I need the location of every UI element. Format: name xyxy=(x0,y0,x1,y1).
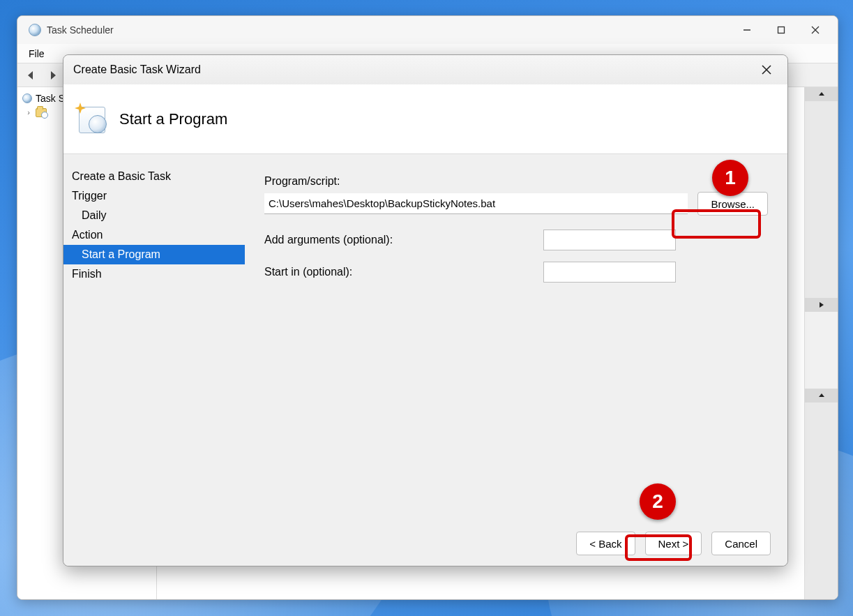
program-script-input[interactable] xyxy=(264,193,688,214)
close-button[interactable] xyxy=(799,19,832,41)
scroll-track[interactable] xyxy=(805,101,838,298)
wizard-header-title: Start a Program xyxy=(119,110,227,128)
annotation-marker-1: 1 xyxy=(712,160,748,196)
step-finish[interactable]: Finish xyxy=(63,264,245,284)
annotation-highlight-browse xyxy=(672,209,761,239)
main-title: Task Scheduler xyxy=(47,24,730,36)
actions-pane xyxy=(804,87,838,599)
main-titlebar: Task Scheduler xyxy=(17,16,838,44)
start-in-label: Start in (optional): xyxy=(264,266,529,278)
svg-rect-1 xyxy=(778,27,785,33)
step-trigger-daily[interactable]: Daily xyxy=(63,206,245,225)
wizard-header: Start a Program xyxy=(63,84,787,154)
tree-expander-icon[interactable]: › xyxy=(24,108,33,117)
scroll-up-button-2[interactable] xyxy=(805,389,838,403)
maximize-button[interactable] xyxy=(764,19,798,41)
step-start-a-program[interactable]: Start a Program xyxy=(63,245,245,264)
annotation-highlight-next xyxy=(625,534,692,561)
minimize-button[interactable] xyxy=(730,19,764,41)
annotation-marker-2: 2 xyxy=(640,483,676,520)
scroll-up-button[interactable] xyxy=(805,87,838,101)
wizard-steps: Create a Basic Task Trigger Daily Action… xyxy=(63,154,245,521)
wizard-titlebar: Create Basic Task Wizard xyxy=(63,55,787,84)
step-trigger[interactable]: Trigger xyxy=(63,186,245,206)
step-action[interactable]: Action xyxy=(63,225,245,245)
step-create-basic-task[interactable]: Create a Basic Task xyxy=(63,167,245,186)
app-icon xyxy=(29,24,41,36)
wizard-header-icon xyxy=(76,104,108,135)
clock-icon xyxy=(22,93,32,103)
program-script-label: Program/script: xyxy=(264,175,768,188)
cancel-button[interactable]: Cancel xyxy=(711,532,771,555)
wizard-title: Create Basic Task Wizard xyxy=(70,63,753,76)
create-basic-task-wizard: Create Basic Task Wizard Start a Program… xyxy=(63,54,788,566)
scroll-track-2[interactable] xyxy=(805,403,838,599)
add-arguments-label: Add arguments (optional): xyxy=(264,234,529,246)
nav-back-button[interactable] xyxy=(22,66,40,84)
folder-clock-icon xyxy=(36,108,47,117)
add-arguments-input[interactable] xyxy=(543,230,676,250)
nav-forward-button[interactable] xyxy=(44,66,62,84)
start-in-input[interactable] xyxy=(543,262,676,283)
wizard-close-button[interactable] xyxy=(753,59,780,80)
menu-file[interactable]: File xyxy=(22,45,52,62)
scroll-right-button[interactable] xyxy=(805,298,838,312)
